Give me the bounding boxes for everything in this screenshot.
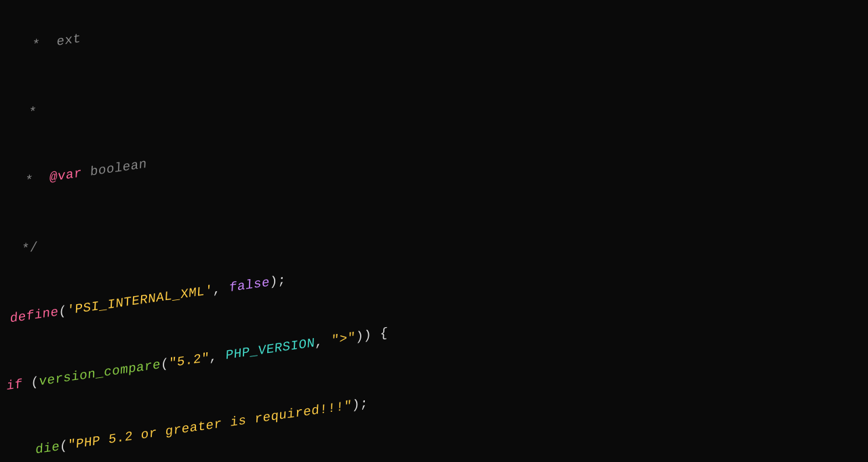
code-editor: * ext * * @var boolean */ define('PSI_IN… bbox=[0, 0, 868, 462]
code-content: * ext * * @var boolean */ define('PSI_IN… bbox=[0, 0, 604, 462]
